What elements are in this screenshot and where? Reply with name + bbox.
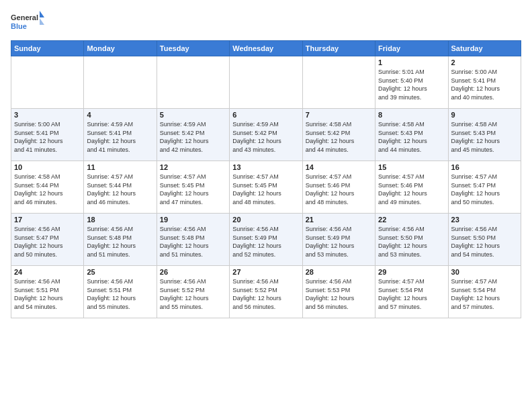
calendar-cell: 25Sunrise: 4:56 AM Sunset: 5:51 PM Dayli… [84, 266, 157, 318]
calendar-cell: 24Sunrise: 4:56 AM Sunset: 5:51 PM Dayli… [11, 266, 84, 318]
day-number: 1 [378, 58, 445, 66]
day-info: Sunrise: 4:56 AM Sunset: 5:53 PM Dayligh… [306, 277, 372, 311]
day-number: 10 [14, 163, 81, 171]
calendar-week-row: 17Sunrise: 4:56 AM Sunset: 5:47 PM Dayli… [11, 214, 521, 266]
calendar-cell: 29Sunrise: 4:57 AM Sunset: 5:54 PM Dayli… [375, 266, 448, 318]
calendar-cell [11, 56, 84, 109]
day-info: Sunrise: 4:56 AM Sunset: 5:51 PM Dayligh… [87, 277, 153, 311]
svg-text:General: General [11, 13, 38, 21]
day-number: 3 [14, 111, 81, 119]
day-info: Sunrise: 4:56 AM Sunset: 5:50 PM Dayligh… [378, 225, 445, 259]
day-number: 2 [451, 58, 518, 66]
day-info: Sunrise: 5:00 AM Sunset: 5:41 PM Dayligh… [14, 120, 81, 154]
weekday-header: Sunday [11, 41, 84, 56]
day-number: 14 [306, 163, 372, 171]
day-info: Sunrise: 4:58 AM Sunset: 5:42 PM Dayligh… [306, 120, 372, 154]
day-number: 24 [14, 268, 81, 276]
day-info: Sunrise: 4:57 AM Sunset: 5:54 PM Dayligh… [378, 277, 445, 311]
day-number: 8 [378, 111, 445, 119]
calendar-cell: 4Sunrise: 4:59 AM Sunset: 5:41 PM Daylig… [84, 109, 157, 161]
day-info: Sunrise: 5:00 AM Sunset: 5:41 PM Dayligh… [451, 68, 518, 101]
calendar-cell: 17Sunrise: 4:56 AM Sunset: 5:47 PM Dayli… [11, 214, 84, 266]
weekday-header: Wednesday [230, 41, 302, 56]
day-info: Sunrise: 4:58 AM Sunset: 5:43 PM Dayligh… [378, 120, 445, 154]
calendar-cell: 26Sunrise: 4:56 AM Sunset: 5:52 PM Dayli… [157, 266, 229, 318]
calendar-cell: 1Sunrise: 5:01 AM Sunset: 5:40 PM Daylig… [375, 56, 448, 109]
day-info: Sunrise: 4:57 AM Sunset: 5:46 PM Dayligh… [378, 173, 445, 206]
day-info: Sunrise: 4:57 AM Sunset: 5:45 PM Dayligh… [232, 173, 299, 206]
calendar-cell: 11Sunrise: 4:57 AM Sunset: 5:44 PM Dayli… [84, 161, 157, 214]
svg-text:Blue: Blue [11, 22, 27, 30]
calendar-week-row: 1Sunrise: 5:01 AM Sunset: 5:40 PM Daylig… [11, 56, 521, 109]
calendar-cell [230, 56, 302, 109]
calendar-cell: 2Sunrise: 5:00 AM Sunset: 5:41 PM Daylig… [448, 56, 521, 109]
calendar-cell: 12Sunrise: 4:57 AM Sunset: 5:45 PM Dayli… [157, 161, 229, 214]
day-number: 13 [232, 163, 299, 171]
day-number: 25 [87, 268, 153, 276]
calendar-cell: 6Sunrise: 4:59 AM Sunset: 5:42 PM Daylig… [230, 109, 302, 161]
day-info: Sunrise: 4:56 AM Sunset: 5:52 PM Dayligh… [160, 277, 226, 311]
weekday-header-row: SundayMondayTuesdayWednesdayThursdayFrid… [11, 41, 521, 56]
day-info: Sunrise: 4:59 AM Sunset: 5:42 PM Dayligh… [232, 120, 299, 154]
weekday-header: Saturday [448, 41, 521, 56]
calendar-cell: 22Sunrise: 4:56 AM Sunset: 5:50 PM Dayli… [375, 214, 448, 266]
day-info: Sunrise: 4:56 AM Sunset: 5:49 PM Dayligh… [306, 225, 372, 259]
calendar-cell: 8Sunrise: 4:58 AM Sunset: 5:43 PM Daylig… [375, 109, 448, 161]
day-number: 4 [87, 111, 153, 119]
calendar-cell: 23Sunrise: 4:56 AM Sunset: 5:50 PM Dayli… [448, 214, 521, 266]
day-number: 28 [306, 268, 372, 276]
calendar-cell [157, 56, 229, 109]
weekday-header: Tuesday [157, 41, 229, 56]
calendar-week-row: 24Sunrise: 4:56 AM Sunset: 5:51 PM Dayli… [11, 266, 521, 318]
day-number: 17 [14, 216, 81, 224]
day-number: 15 [378, 163, 445, 171]
logo: General Blue [11, 11, 44, 32]
weekday-header: Monday [84, 41, 157, 56]
calendar-cell: 7Sunrise: 4:58 AM Sunset: 5:42 PM Daylig… [302, 109, 375, 161]
day-info: Sunrise: 5:01 AM Sunset: 5:40 PM Dayligh… [378, 68, 445, 101]
calendar: SundayMondayTuesdayWednesdayThursdayFrid… [11, 40, 521, 318]
day-number: 6 [232, 111, 299, 119]
calendar-cell: 18Sunrise: 4:56 AM Sunset: 5:48 PM Dayli… [84, 214, 157, 266]
calendar-week-row: 3Sunrise: 5:00 AM Sunset: 5:41 PM Daylig… [11, 109, 521, 161]
calendar-cell: 27Sunrise: 4:56 AM Sunset: 5:52 PM Dayli… [230, 266, 302, 318]
day-number: 12 [160, 163, 226, 171]
day-number: 22 [378, 216, 445, 224]
day-number: 21 [306, 216, 372, 224]
calendar-cell: 19Sunrise: 4:56 AM Sunset: 5:48 PM Dayli… [157, 214, 229, 266]
day-number: 11 [87, 163, 153, 171]
day-info: Sunrise: 4:58 AM Sunset: 5:43 PM Dayligh… [451, 120, 518, 154]
day-info: Sunrise: 4:58 AM Sunset: 5:44 PM Dayligh… [14, 173, 81, 206]
day-info: Sunrise: 4:56 AM Sunset: 5:48 PM Dayligh… [87, 225, 153, 259]
calendar-week-row: 10Sunrise: 4:58 AM Sunset: 5:44 PM Dayli… [11, 161, 521, 214]
calendar-cell: 30Sunrise: 4:57 AM Sunset: 5:54 PM Dayli… [448, 266, 521, 318]
calendar-cell: 14Sunrise: 4:57 AM Sunset: 5:46 PM Dayli… [302, 161, 375, 214]
weekday-header: Friday [375, 41, 448, 56]
svg-marker-2 [40, 11, 44, 17]
day-number: 9 [451, 111, 518, 119]
calendar-cell: 21Sunrise: 4:56 AM Sunset: 5:49 PM Dayli… [302, 214, 375, 266]
day-number: 18 [87, 216, 153, 224]
calendar-cell: 13Sunrise: 4:57 AM Sunset: 5:45 PM Dayli… [230, 161, 302, 214]
day-info: Sunrise: 4:57 AM Sunset: 5:45 PM Dayligh… [160, 173, 226, 206]
day-number: 26 [160, 268, 226, 276]
logo-svg: General Blue [11, 11, 44, 32]
day-info: Sunrise: 4:56 AM Sunset: 5:48 PM Dayligh… [160, 225, 226, 259]
day-info: Sunrise: 4:57 AM Sunset: 5:44 PM Dayligh… [87, 173, 153, 206]
day-info: Sunrise: 4:56 AM Sunset: 5:50 PM Dayligh… [451, 225, 518, 259]
calendar-cell: 5Sunrise: 4:59 AM Sunset: 5:42 PM Daylig… [157, 109, 229, 161]
day-number: 19 [160, 216, 226, 224]
svg-marker-3 [40, 18, 44, 25]
calendar-cell: 9Sunrise: 4:58 AM Sunset: 5:43 PM Daylig… [448, 109, 521, 161]
day-number: 16 [451, 163, 518, 171]
day-number: 7 [306, 111, 372, 119]
calendar-cell: 3Sunrise: 5:00 AM Sunset: 5:41 PM Daylig… [11, 109, 84, 161]
day-info: Sunrise: 4:56 AM Sunset: 5:52 PM Dayligh… [232, 277, 299, 311]
day-info: Sunrise: 4:56 AM Sunset: 5:47 PM Dayligh… [14, 225, 81, 259]
header: General Blue [11, 11, 521, 32]
calendar-cell [84, 56, 157, 109]
day-info: Sunrise: 4:59 AM Sunset: 5:41 PM Dayligh… [87, 120, 153, 154]
day-number: 5 [160, 111, 226, 119]
weekday-header: Thursday [302, 41, 375, 56]
calendar-cell: 10Sunrise: 4:58 AM Sunset: 5:44 PM Dayli… [11, 161, 84, 214]
